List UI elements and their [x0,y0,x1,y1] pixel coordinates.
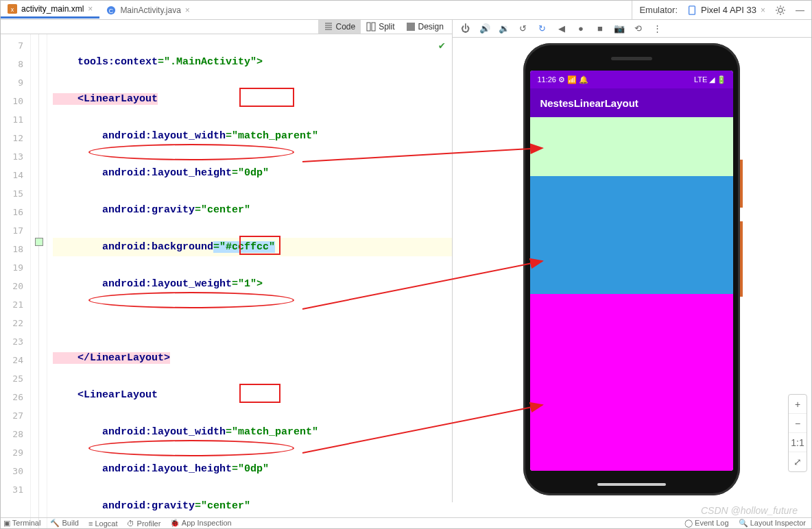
emulator-device-frame: 11:26 ⚙ 📶 🔔 LTE ◢ 🔋 NestesLinearLayout [523,43,740,495]
layout-section-1 [530,117,733,176]
svg-rect-8 [407,23,415,31]
emulator-screen[interactable]: 11:26 ⚙ 📶 🔔 LTE ◢ 🔋 NestesLinearLayout [530,71,733,471]
build-tool[interactable]: 🔨 Build [50,519,79,528]
check-ok-icon: ✔ [439,37,445,56]
volume-up-icon[interactable]: 🔊 [479,23,491,35]
layout-section-3 [530,294,733,471]
minimize-icon[interactable]: — [796,5,804,15]
svg-text:C: C [109,7,113,14]
close-icon[interactable]: × [185,5,190,15]
gear-icon[interactable] [775,5,786,16]
watermark: CSDN @hollow_future [701,505,798,516]
more-icon[interactable]: ⋮ [652,23,664,35]
code-editor[interactable]: 789 101112 131415 161718 192021 222324 2… [1,34,452,529]
design-icon [406,22,416,32]
annotation-ellipse [88,292,294,308]
svg-rect-4 [689,5,695,14]
annotation-ellipse [88,440,294,456]
annotation-ellipse [88,144,294,160]
svg-rect-6 [367,23,370,31]
layout-section-2 [530,176,733,294]
zoom-fit-button[interactable]: 1:1 [789,433,807,452]
svg-text:x: x [11,6,14,13]
color-swatch-icon [35,238,43,246]
view-code-button[interactable]: Code [318,20,361,34]
phone-icon [687,5,697,15]
code-content[interactable]: tools:context=".MainActivity"> <LinearLa… [47,34,452,529]
zoom-controls: + − 1:1 ⤢ [788,394,807,472]
zoom-out-button[interactable]: − [789,414,807,433]
event-log-tool[interactable]: ◯ Event Log [684,519,729,528]
zoom-in-button[interactable]: + [789,395,807,414]
code-icon [324,22,333,32]
profiler-tool[interactable]: ⏱ Profiler [127,519,160,528]
line-gutter: 789 101112 131415 161718 192021 222324 2… [1,34,31,529]
volume-down-icon[interactable]: 🔉 [498,23,510,35]
overview-icon[interactable]: ■ [594,23,606,35]
app-inspection-tool[interactable]: 🐞 App Inspection [170,519,231,528]
close-icon[interactable]: × [761,5,765,15]
reload-icon[interactable]: ⟲ [632,23,645,35]
rotate-right-icon[interactable]: ↻ [536,23,549,35]
view-split-button[interactable]: Split [361,20,400,34]
logcat-tool[interactable]: ≡ Logcat [88,519,118,528]
back-icon[interactable]: ◀ [556,23,568,35]
device-dropdown[interactable]: Pixel 4 API 33 × [687,5,765,15]
power-icon[interactable]: ⏻ [459,23,472,35]
app-bar: NestesLinearLayout [530,88,733,117]
view-design-button[interactable]: Design [401,20,449,34]
layout-inspector-tool[interactable]: 🔍 Layout Inspector [739,519,806,528]
tab-activity-main[interactable]: x activity_main.xml × [1,1,99,19]
home-icon[interactable]: ● [575,23,587,35]
tab-label: activity_main.xml [21,4,84,14]
split-icon [366,22,376,32]
zoom-expand-button[interactable]: ⤢ [789,452,807,471]
close-icon[interactable]: × [88,4,93,14]
tab-main-activity[interactable]: C MainActivity.java × [99,3,197,18]
svg-point-5 [778,8,783,12]
svg-rect-7 [372,23,375,31]
status-bar: 11:26 ⚙ 📶 🔔 LTE ◢ 🔋 [530,71,733,88]
java-class-icon: C [106,5,116,15]
xml-file-icon: x [8,4,17,14]
emulator-label: Emulator: [639,5,678,15]
screenshot-icon[interactable]: 📷 [613,23,625,35]
rotate-left-icon[interactable]: ↺ [517,23,529,35]
terminal-tool[interactable]: ▣ Terminal [3,519,40,528]
tab-label: MainActivity.java [120,5,180,15]
